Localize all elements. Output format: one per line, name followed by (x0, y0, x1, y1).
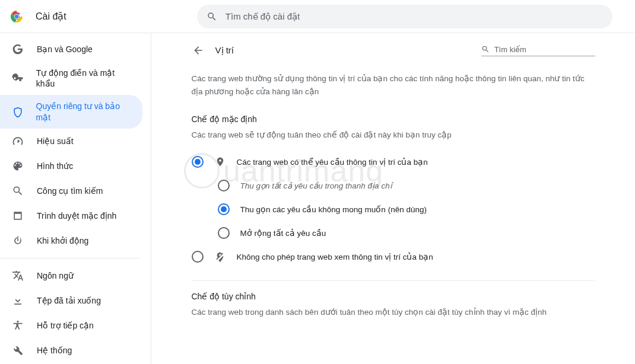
search-icon (12, 184, 26, 197)
sidebar-item-label: Hệ thống (37, 345, 72, 356)
sidebar-item-label: Quyền riêng tư và bảo mật (36, 101, 131, 122)
sidebar-separator (0, 258, 140, 258)
power-icon (12, 234, 26, 247)
sidebar-item-performance[interactable]: Hiệu suất (0, 129, 142, 154)
sidebar-item-label: Trình duyệt mặc định (37, 210, 116, 221)
radio-icon[interactable] (218, 227, 230, 239)
sidebar-item-label: Hiệu suất (37, 136, 74, 146)
app-header: Cài đặt (0, 0, 635, 33)
default-behavior-title: Chế độ mặc định (192, 114, 595, 124)
download-icon (12, 294, 26, 307)
radio-label: Các trang web có thể yêu cầu thông tin v… (237, 157, 428, 167)
radio-icon[interactable] (192, 156, 204, 168)
sidebar-item-accessibility[interactable]: Hỗ trợ tiếp cận (0, 313, 142, 338)
chrome-logo-icon (9, 9, 24, 24)
back-button[interactable] (192, 44, 205, 57)
sidebar-item-system[interactable]: Hệ thống (0, 338, 142, 363)
search-icon (481, 44, 490, 54)
arrow-left-icon (192, 44, 204, 56)
panel-header-row: Vị trí (192, 44, 595, 57)
sidebar-scroll[interactable]: Bạn và Google Tự động điền và mật khẩu Q… (0, 33, 151, 364)
sidebar-item-label: Công cụ tìm kiếm (37, 186, 103, 196)
sidebar-item-you-and-google[interactable]: Bạn và Google (0, 37, 142, 62)
radio-sites-can-ask[interactable]: Các trang web có thể yêu cầu thông tin v… (192, 150, 595, 174)
sidebar-item-search-engine[interactable]: Công cụ tìm kiếm (0, 178, 142, 203)
sidebar-item-label: Tệp đã tải xuống (37, 295, 101, 306)
header-search-input[interactable] (226, 11, 603, 21)
sidebar-item-downloads[interactable]: Tệp đã tải xuống (0, 288, 142, 313)
sidebar-item-label: Tự động điền và mật khẩu (36, 68, 131, 89)
panel-search-input[interactable] (494, 45, 595, 54)
shield-icon (12, 106, 26, 119)
radio-label: Không cho phép trang web xem thông tin v… (237, 252, 433, 261)
location-off-icon (214, 251, 226, 263)
sidebar-item-privacy-security[interactable]: Quyền riêng tư và bảo mật (0, 95, 142, 128)
translate-icon (12, 269, 26, 282)
sidebar: Bạn và Google Tự động điền và mật khẩu Q… (0, 33, 151, 364)
radio-icon[interactable] (192, 251, 204, 263)
radio-label: Thu gọn tất cả yêu cầu trong thanh địa c… (240, 181, 392, 190)
sidebar-item-label: Hỗ trợ tiếp cận (37, 320, 94, 331)
sidebar-item-on-startup[interactable]: Khi khởi động (0, 228, 142, 253)
app-title: Cài đặt (36, 11, 66, 22)
key-icon (12, 72, 26, 85)
sidebar-item-appearance[interactable]: Hình thức (0, 154, 142, 178)
sidebar-item-label: Ngôn ngữ (37, 270, 74, 281)
sidebar-item-default-browser[interactable]: Trình duyệt mặc định (0, 203, 142, 228)
main-content[interactable]: Vị trí Các trang web thường sử dụng thôn… (151, 33, 635, 364)
custom-behavior-sub: Các trang web trong danh sách bên dưới t… (192, 307, 595, 317)
sidebar-item-label: Hình thức (37, 161, 73, 171)
radio-collapse-all[interactable]: Thu gọn tất cả yêu cầu trong thanh địa c… (192, 174, 595, 197)
search-icon (207, 11, 217, 22)
default-behavior-sub: Các trang web sẽ tự động tuân theo chế đ… (192, 130, 595, 139)
accessibility-icon (12, 319, 26, 332)
page-title: Vị trí (215, 45, 234, 56)
radio-collapse-unwanted[interactable]: Thu gọn các yêu cầu không mong muốn (nên… (192, 197, 595, 221)
sidebar-item-autofill[interactable]: Tự động điền và mật khẩu (0, 62, 142, 95)
radio-label: Thu gọn các yêu cầu không mong muốn (nên… (240, 205, 427, 214)
speedometer-icon (12, 135, 26, 148)
sidebar-item-languages[interactable]: Ngôn ngữ (0, 263, 142, 288)
palette-icon (12, 159, 26, 173)
radio-block-sites[interactable]: Không cho phép trang web xem thông tin v… (192, 245, 595, 269)
sidebar-item-label: Bạn và Google (37, 44, 93, 55)
header-search-box[interactable] (197, 5, 612, 28)
radio-label: Mở rộng tất cả yêu cầu (240, 228, 326, 238)
panel-search-box[interactable] (481, 44, 595, 56)
radio-icon[interactable] (218, 180, 230, 191)
window-icon (12, 209, 26, 222)
intro-text: Các trang web thường sử dụng thông tin v… (192, 72, 595, 98)
location-pin-icon (214, 156, 226, 168)
radio-icon[interactable] (218, 203, 230, 215)
sidebar-item-label: Khi khởi động (37, 235, 88, 246)
svg-point-2 (15, 14, 19, 18)
section-separator (192, 280, 595, 281)
google-g-icon (12, 43, 26, 56)
radio-expand-all[interactable]: Mở rộng tất cả yêu cầu (192, 221, 595, 245)
wrench-icon (12, 344, 26, 357)
custom-behavior-title: Chế độ tùy chỉnh (192, 292, 595, 301)
